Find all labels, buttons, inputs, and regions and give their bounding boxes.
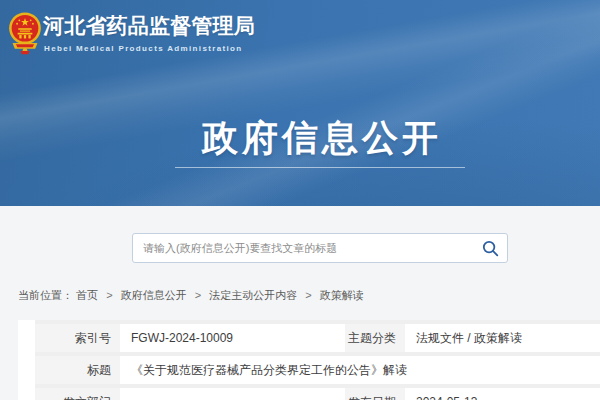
site-logo[interactable]: 河北省药品监督管理局 Hebei Medical Products Admini… xyxy=(0,0,300,70)
breadcrumb-item-info-disclosure[interactable]: 政府信息公开 xyxy=(121,289,187,301)
breadcrumb: 当前位置： 首页 > 政府信息公开 > 法定主动公开内容 > 政策解读 xyxy=(18,288,364,303)
breadcrumb-separator: > xyxy=(305,289,311,301)
table-row: 索引号 FGWJ-2024-10009 主题分类 法规文件 / 政策解读 xyxy=(35,324,600,352)
site-banner: 河北省药品监督管理局 Hebei Medical Products Admini… xyxy=(0,0,600,206)
search-input[interactable] xyxy=(133,242,473,254)
national-emblem-icon xyxy=(8,11,42,58)
title-underline xyxy=(175,167,465,168)
site-name-en: Hebei Medical Products Administration xyxy=(44,44,243,53)
subject-category-label: 主题分类 xyxy=(345,324,405,352)
publish-date-label: 发布日期 xyxy=(345,388,405,400)
breadcrumb-label: 当前位置： xyxy=(18,289,73,301)
table-row: 发文部门 发布日期 2024-05-13 xyxy=(35,388,600,400)
breadcrumb-separator: > xyxy=(106,289,112,301)
search-icon xyxy=(482,240,499,257)
page-title: 政府信息公开 xyxy=(0,114,600,163)
search-box xyxy=(132,233,508,263)
breadcrumb-item-policy-interpretation: 政策解读 xyxy=(320,289,364,301)
title-label: 标题 xyxy=(35,356,120,384)
subject-category-value: 法规文件 / 政策解读 xyxy=(405,324,600,352)
index-number-value: FGWJ-2024-10009 xyxy=(120,324,345,352)
document-info-table: 索引号 FGWJ-2024-10009 主题分类 法规文件 / 政策解读 标题 … xyxy=(35,320,600,400)
title-value: 《关于规范医疗器械产品分类界定工作的公告》解读 xyxy=(120,356,600,384)
search-button[interactable] xyxy=(473,234,507,262)
issuing-department-value xyxy=(120,388,345,400)
publish-date-value: 2024-05-13 xyxy=(405,388,600,400)
table-row: 标题 《关于规范医疗器械产品分类界定工作的公告》解读 xyxy=(35,356,600,384)
site-name-zh: 河北省药品监督管理局 xyxy=(43,12,255,40)
breadcrumb-separator: > xyxy=(195,289,201,301)
content-card: 索引号 FGWJ-2024-10009 主题分类 法规文件 / 政策解读 标题 … xyxy=(18,320,600,400)
issuing-department-label: 发文部门 xyxy=(35,388,120,400)
breadcrumb-item-home[interactable]: 首页 xyxy=(76,289,98,301)
index-number-label: 索引号 xyxy=(35,324,120,352)
breadcrumb-item-statutory-disclosure[interactable]: 法定主动公开内容 xyxy=(209,289,297,301)
